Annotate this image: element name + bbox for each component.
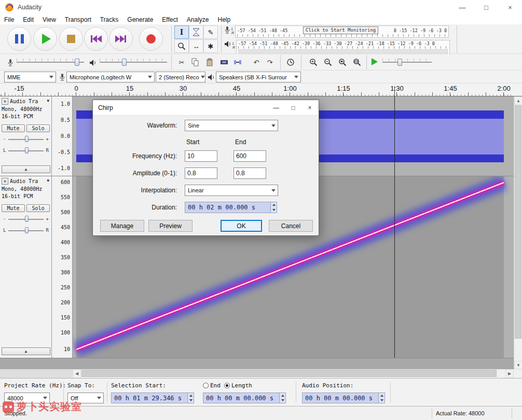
slider-thumb[interactable] bbox=[122, 59, 127, 66]
manage-button[interactable]: Manage bbox=[100, 220, 144, 232]
selection-tool-button[interactable]: I bbox=[174, 25, 189, 39]
menu-item-effect[interactable]: Effect bbox=[162, 16, 177, 23]
cancel-button[interactable]: Cancel bbox=[269, 220, 313, 232]
horizontal-scrollbar[interactable]: ◀ ▶ bbox=[0, 369, 522, 378]
slider-thumb[interactable] bbox=[75, 59, 79, 66]
timeline-ruler[interactable]: -15 0 15 30 45 1:00 1:15 1:30 1:45 2:00 bbox=[0, 83, 522, 96]
gain-slider[interactable]: - + bbox=[3, 215, 49, 223]
undo-button[interactable]: ↶ bbox=[250, 56, 263, 68]
multi-tool-button[interactable]: ✱ bbox=[203, 39, 218, 53]
interpolation-select[interactable]: Linear bbox=[185, 185, 278, 196]
stop-button[interactable] bbox=[59, 27, 83, 51]
collapse-button[interactable]: ▲ bbox=[2, 165, 50, 173]
solo-button[interactable]: Solo bbox=[26, 204, 50, 212]
fit-selection-button[interactable] bbox=[336, 56, 349, 68]
cut-button[interactable]: ✂ bbox=[175, 56, 188, 68]
menu-item-help[interactable]: Help bbox=[218, 16, 231, 23]
scrollbar-thumb[interactable] bbox=[81, 370, 497, 377]
audio-host-select[interactable]: MME bbox=[4, 72, 56, 82]
play-button[interactable] bbox=[33, 27, 57, 51]
slider-thumb[interactable] bbox=[25, 136, 29, 142]
track-2-control-panel[interactable]: × Audio Tra ▼ Mono, 48000Hz 16-bit PCM M… bbox=[0, 176, 52, 358]
track-menu-arrow-icon[interactable]: ▼ bbox=[47, 178, 49, 183]
pan-slider[interactable]: L R bbox=[3, 147, 49, 155]
pan-slider[interactable]: L R bbox=[3, 227, 49, 234]
ok-button[interactable]: OK bbox=[221, 220, 262, 232]
spinner-icon[interactable] bbox=[279, 393, 285, 403]
menu-item-edit[interactable]: Edit bbox=[23, 16, 34, 23]
play-at-speed-button[interactable] bbox=[372, 58, 378, 65]
skip-to-end-button[interactable] bbox=[109, 27, 133, 51]
slider-thumb[interactable] bbox=[25, 147, 29, 153]
gain-slider[interactable]: - + bbox=[3, 135, 49, 143]
envelope-tool-button[interactable] bbox=[189, 25, 203, 39]
mute-button[interactable]: Mute bbox=[2, 204, 25, 212]
slider-thumb[interactable] bbox=[25, 216, 29, 222]
spinner-icon[interactable] bbox=[270, 202, 277, 213]
waveform-select[interactable]: Sine bbox=[185, 120, 278, 131]
selection-start-time[interactable]: 00 h 01 m 29.346 s bbox=[111, 393, 194, 403]
radio-checked-icon[interactable] bbox=[224, 383, 230, 388]
maximize-button[interactable]: □ bbox=[477, 0, 495, 15]
recording-device-select[interactable]: Microphone (Logitech W bbox=[66, 72, 155, 82]
menu-item-view[interactable]: View bbox=[43, 16, 56, 23]
recording-volume-slider[interactable] bbox=[17, 57, 84, 67]
track-menu-arrow-icon[interactable]: ▼ bbox=[47, 99, 49, 103]
vertical-scrollbar[interactable]: ▲ ▼ bbox=[514, 96, 522, 369]
amplitude-start-input[interactable]: 0.8 bbox=[185, 167, 217, 179]
spinner-icon[interactable] bbox=[378, 393, 384, 403]
dialog-maximize-button[interactable]: □ bbox=[285, 100, 301, 116]
scroll-up-button[interactable]: ▲ bbox=[514, 96, 522, 105]
minimize-button[interactable]: — bbox=[454, 0, 471, 15]
dialog-close-button[interactable]: × bbox=[301, 100, 318, 116]
play-speed-slider[interactable] bbox=[382, 57, 432, 67]
spinner-icon[interactable] bbox=[187, 393, 194, 403]
close-button[interactable]: × bbox=[501, 0, 519, 15]
pause-button[interactable] bbox=[7, 27, 31, 51]
scrollbar-thumb[interactable] bbox=[515, 105, 521, 339]
track-close-button[interactable]: × bbox=[2, 98, 8, 105]
zoom-tool-button[interactable] bbox=[174, 39, 189, 53]
frequency-end-input[interactable]: 600 bbox=[233, 150, 266, 162]
preview-button[interactable]: Preview bbox=[148, 220, 193, 232]
collapse-button[interactable]: ▲ bbox=[2, 347, 50, 355]
mute-button[interactable]: Mute bbox=[2, 124, 25, 132]
scroll-down-button[interactable]: ▼ bbox=[514, 361, 522, 369]
menu-item-tracks[interactable]: Tracks bbox=[100, 16, 119, 23]
menu-item-file[interactable]: File bbox=[4, 16, 14, 23]
duration-time[interactable]: 00 h 02 m 00.000 s bbox=[185, 202, 277, 213]
end-radio[interactable]: End bbox=[203, 382, 221, 389]
menu-item-generate[interactable]: Generate bbox=[127, 16, 153, 23]
slider-thumb[interactable] bbox=[25, 227, 29, 233]
playback-meter[interactable]: LR -57 -54 -51 -48 -45 -42 -39 -36 -33 -… bbox=[224, 40, 450, 55]
menu-item-analyze[interactable]: Analyze bbox=[187, 16, 209, 23]
silence-audio-button[interactable] bbox=[231, 56, 244, 68]
audio-position-time[interactable]: 00 h 00 m 00.000 s bbox=[302, 393, 385, 403]
solo-button[interactable]: Solo bbox=[26, 124, 50, 132]
recording-meter[interactable]: LR -57 -54 -51 -48 -45 Click to Start Mo… bbox=[224, 25, 449, 38]
track-name[interactable]: Audio Tra bbox=[10, 99, 38, 104]
playback-device-select[interactable]: Speakers (SB X-Fi Surrour bbox=[216, 72, 301, 82]
skip-to-start-button[interactable] bbox=[84, 27, 108, 51]
scroll-left-button[interactable]: ◀ bbox=[73, 369, 81, 378]
radio-icon[interactable] bbox=[203, 383, 209, 388]
zoom-out-button[interactable] bbox=[322, 56, 334, 68]
paste-button[interactable] bbox=[203, 56, 216, 68]
monitor-button[interactable]: Click to Start Monitoring bbox=[303, 26, 378, 34]
trim-audio-button[interactable] bbox=[218, 56, 230, 68]
fit-project-button[interactable] bbox=[351, 56, 363, 68]
playback-volume-slider[interactable] bbox=[100, 57, 167, 67]
menu-item-transport[interactable]: Transport bbox=[65, 16, 91, 23]
sync-lock-button[interactable] bbox=[284, 56, 297, 68]
dialog-minimize-button[interactable]: — bbox=[268, 100, 284, 116]
selection-length-time[interactable]: 00 h 00 m 00.000 s bbox=[203, 393, 286, 403]
amplitude-end-input[interactable]: 0.8 bbox=[233, 167, 266, 179]
frequency-start-input[interactable]: 10 bbox=[185, 150, 217, 162]
recording-channels-select[interactable]: 2 (Stereo) Reco bbox=[156, 72, 205, 82]
copy-button[interactable] bbox=[189, 56, 201, 68]
redo-button[interactable]: ↷ bbox=[264, 56, 276, 68]
record-button[interactable] bbox=[139, 27, 163, 51]
track-name[interactable]: Audio Tra bbox=[10, 178, 38, 184]
track-close-button[interactable]: × bbox=[2, 178, 8, 185]
length-radio[interactable]: Length bbox=[224, 382, 252, 389]
